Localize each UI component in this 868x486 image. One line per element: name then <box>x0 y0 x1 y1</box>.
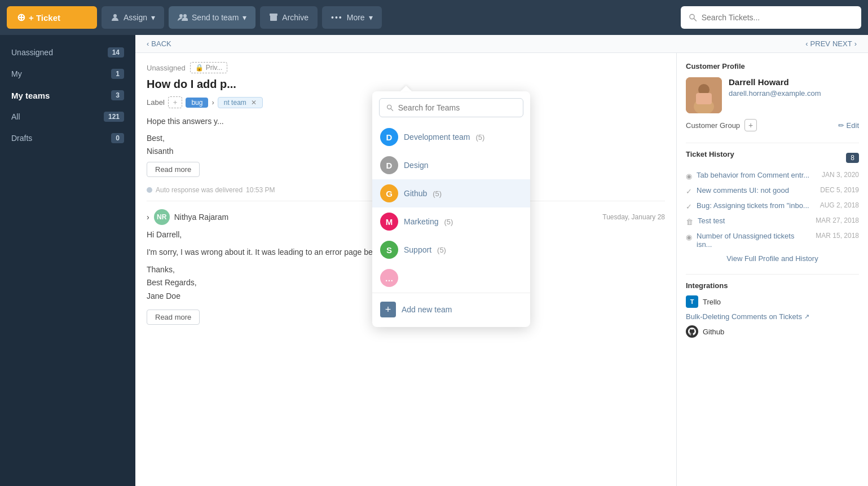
edit-customer-button[interactable]: ✏ Edit <box>838 121 859 130</box>
team-item-design[interactable]: D Design <box>372 151 530 179</box>
github-team-label: Github <box>404 189 427 198</box>
github-integration: Github <box>686 325 859 338</box>
marketing-team-label: Marketing <box>404 217 438 226</box>
partial-avatar: … <box>380 269 398 287</box>
team-search-input[interactable] <box>398 103 516 112</box>
svg-line-5 <box>694 19 697 21</box>
history-header: Ticket History 8 <box>686 150 859 165</box>
label-text: Label <box>147 98 165 107</box>
sidebar-item-unassigned[interactable]: Unassigned 14 <box>0 42 135 63</box>
svg-rect-3 <box>270 14 277 16</box>
customer-profile-row: Darrell Howard darell.horran@example.com <box>686 77 859 113</box>
history-date-3: MAR 27, 2018 <box>816 217 859 224</box>
sidebar-item-all[interactable]: All 121 <box>0 106 135 127</box>
add-label-button[interactable]: + <box>168 96 183 108</box>
customer-group-row: Customer Group + ✏ Edit <box>686 119 859 131</box>
back-chevron-icon: ‹ <box>147 39 149 48</box>
history-item-4: ◉ Number of Unassigned tickets isn... MA… <box>686 232 859 249</box>
team-item-development[interactable]: D Development team (5) <box>372 123 530 151</box>
add-new-team-button[interactable]: + Add new team <box>372 297 530 322</box>
search-box <box>681 6 861 29</box>
plus-icon: ⊕ <box>17 11 25 24</box>
trello-bulk-link[interactable]: Bulk-Deleting Comments on Tickets ↗ <box>686 312 809 321</box>
github-logo <box>686 325 698 338</box>
prev-button[interactable]: PREV <box>810 39 830 48</box>
add-team-icon: + <box>380 302 396 317</box>
history-link-1[interactable]: New comments UI: not good <box>697 186 816 195</box>
dropdown-arrow <box>400 86 412 91</box>
sidebar-item-my-teams[interactable]: My teams 3 <box>0 85 135 106</box>
edit-icon: ✏ <box>838 121 844 130</box>
development-count: (5) <box>476 133 485 142</box>
more-button[interactable]: ••• More ▾ <box>322 6 382 29</box>
check-icon-2: ✓ <box>686 202 692 211</box>
user-icon <box>111 13 120 22</box>
back-button[interactable]: ‹ BACK <box>147 39 171 48</box>
history-date-1: DEC 5, 2019 <box>820 186 859 194</box>
next-button[interactable]: NEXT <box>832 39 852 48</box>
svg-point-2 <box>183 14 187 17</box>
more-chevron: ▾ <box>369 13 373 22</box>
history-link-4[interactable]: Number of Unassigned tickets isn... <box>697 232 811 249</box>
marketing-count: (5) <box>444 218 453 226</box>
radio-icon-0: ◉ <box>686 172 692 180</box>
read-more-button-2[interactable]: Read more <box>147 310 200 325</box>
remove-team-tag-button[interactable]: ✕ <box>251 99 257 107</box>
development-team-label: Development team <box>404 132 470 142</box>
ticket-meta: Unassigned 🔒 Priv... <box>147 62 665 73</box>
history-date-2: AUG 2, 2018 <box>820 201 859 209</box>
history-link-3[interactable]: Test test <box>698 217 811 225</box>
customer-group-label: Customer Group <box>686 121 740 130</box>
ticket-body: Unassigned 🔒 Priv... How do I add p... L… <box>135 53 868 486</box>
support-team-label: Support <box>404 245 431 254</box>
search-icon <box>386 104 394 112</box>
design-team-label: Design <box>404 161 429 170</box>
history-link-0[interactable]: Tab behavior from Comment entr... <box>697 171 817 179</box>
lock-icon: 🔒 <box>195 64 204 72</box>
expand-icon[interactable]: › <box>147 213 149 222</box>
team-item-github[interactable]: G Github (5) <box>372 179 530 207</box>
trash-icon-3: 🗑 <box>686 218 693 226</box>
customer-email[interactable]: darell.horran@example.com <box>729 89 821 98</box>
development-avatar: D <box>380 128 398 146</box>
sidebar-item-drafts[interactable]: Drafts 0 <box>0 127 135 149</box>
svg-rect-11 <box>696 93 712 104</box>
send-to-team-button[interactable]: Send to team ▾ <box>169 6 255 29</box>
more-dots-icon: ••• <box>331 13 343 22</box>
top-nav: ⊕ + Ticket Assign ▾ Send to team ▾ Archi… <box>0 0 868 35</box>
history-link-2[interactable]: Bug: Assigning tickets from "inbo... <box>697 201 816 210</box>
ticket-history-section: Ticket History 8 ◉ Tab behavior from Com… <box>686 150 859 263</box>
customer-avatar-image <box>686 77 722 113</box>
read-more-button-1[interactable]: Read more <box>147 162 200 177</box>
search-input[interactable] <box>702 13 853 22</box>
prev-icon: ‹ <box>805 39 808 48</box>
design-avatar: D <box>380 156 398 174</box>
svg-point-0 <box>113 14 117 17</box>
archive-button[interactable]: Archive <box>260 6 318 29</box>
send-to-team-dropdown: D Development team (5) D Design G <box>372 91 530 327</box>
sidebar-item-my[interactable]: My 1 <box>0 63 135 85</box>
more-tags-indicator: › <box>212 98 214 107</box>
reply-author: Nithya Rajaram <box>174 213 228 222</box>
view-full-profile-anchor[interactable]: View Full Profile and History <box>726 254 818 263</box>
view-full-profile-link[interactable]: View Full Profile and History <box>686 254 859 263</box>
ticket-status: Unassigned <box>147 64 186 72</box>
new-ticket-button[interactable]: ⊕ + Ticket <box>7 6 97 29</box>
check-icon-1: ✓ <box>686 187 692 196</box>
customer-profile-section: Customer Profile Darrell Howard <box>686 62 859 131</box>
divider-1 <box>686 143 859 143</box>
team-item-marketing[interactable]: M Marketing (5) <box>372 207 530 236</box>
radio-icon-4: ◉ <box>686 233 692 241</box>
ticket-header-bar: ‹ BACK ‹ PREV NEXT › <box>135 35 868 53</box>
team-item-support[interactable]: S Support (5) <box>372 236 530 264</box>
next-icon: › <box>854 39 857 48</box>
integrations-section: Integrations T Trello Bulk-Deleting Comm… <box>686 281 859 338</box>
add-customer-group-button[interactable]: + <box>744 119 757 131</box>
bug-tag: bug <box>186 98 208 108</box>
team-item-partial[interactable]: … <box>372 264 530 289</box>
history-item-0: ◉ Tab behavior from Comment entr... JAN … <box>686 171 859 180</box>
svg-point-4 <box>690 14 694 19</box>
assign-button[interactable]: Assign ▾ <box>102 6 164 29</box>
history-item-3: 🗑 Test test MAR 27, 2018 <box>686 217 859 226</box>
auto-dot-icon <box>147 187 152 193</box>
